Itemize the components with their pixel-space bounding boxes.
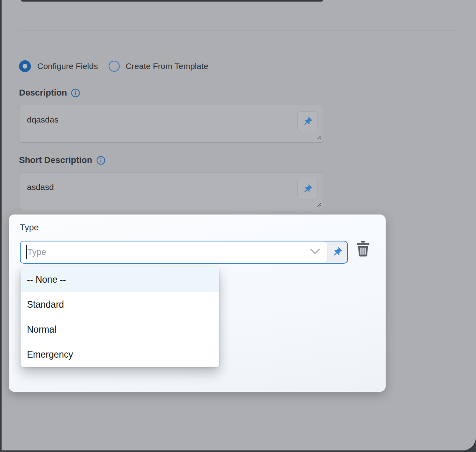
type-dropdown-list: -- None -- Standard Normal Emergency	[21, 267, 219, 367]
dropdown-option-none[interactable]: -- None --	[21, 267, 219, 292]
short-description-label: Short Description	[19, 155, 92, 165]
dropdown-option-normal[interactable]: Normal	[21, 317, 219, 342]
resize-grip-icon[interactable]	[316, 134, 321, 141]
screen: Configure Fields Create From Template De…	[0, 0, 476, 452]
radio-configure-fields[interactable]	[19, 60, 31, 72]
dropdown-option-label: Standard	[27, 299, 64, 310]
chevron-down-icon[interactable]	[310, 249, 320, 256]
description-label-row: Description	[19, 88, 80, 98]
radio-configure-fields-label: Configure Fields	[37, 61, 98, 71]
pin-button[interactable]	[327, 241, 347, 263]
creation-mode-radio-group: Configure Fields Create From Template	[19, 59, 208, 73]
dropdown-option-label: Normal	[27, 324, 56, 335]
short-description-textarea[interactable]: asdasd	[19, 172, 323, 210]
text-caret	[26, 245, 27, 259]
pushpin-icon	[300, 182, 315, 197]
pushpin-icon	[300, 115, 315, 129]
dropdown-option-emergency[interactable]: Emergency	[21, 342, 219, 367]
type-input-area[interactable]	[21, 241, 327, 263]
dropdown-option-label: Emergency	[27, 349, 73, 360]
dropdown-option-label: -- None --	[27, 274, 66, 285]
cutoff-field-border-fragment	[21, 0, 323, 2]
type-field-spotlight-card: Type	[9, 215, 386, 392]
dropdown-option-standard[interactable]: Standard	[21, 292, 219, 317]
info-icon[interactable]	[96, 156, 105, 165]
radio-create-from-template-label: Create From Template	[126, 61, 208, 71]
short-description-field-container: asdasd	[19, 172, 323, 210]
resize-grip-icon[interactable]	[316, 201, 321, 209]
type-input[interactable]	[21, 241, 327, 263]
radio-selected-dot	[23, 64, 27, 69]
pin-button[interactable]	[297, 179, 318, 199]
description-field-container: dqasdas	[19, 105, 323, 143]
type-combobox[interactable]	[20, 241, 348, 264]
dimmed-page-overlay: Configure Fields Create From Template De…	[2, 0, 476, 450]
pin-button[interactable]	[297, 111, 318, 132]
short-description-label-row: Short Description	[19, 155, 105, 165]
type-label: Type	[20, 222, 39, 233]
radio-create-from-template[interactable]	[109, 61, 120, 72]
description-label: Description	[19, 88, 67, 98]
info-icon[interactable]	[71, 88, 80, 98]
pushpin-icon	[329, 244, 345, 260]
section-divider	[19, 31, 458, 31]
trash-icon	[356, 241, 370, 257]
delete-field-button[interactable]	[352, 237, 374, 260]
description-textarea[interactable]: dqasdas	[19, 105, 323, 143]
